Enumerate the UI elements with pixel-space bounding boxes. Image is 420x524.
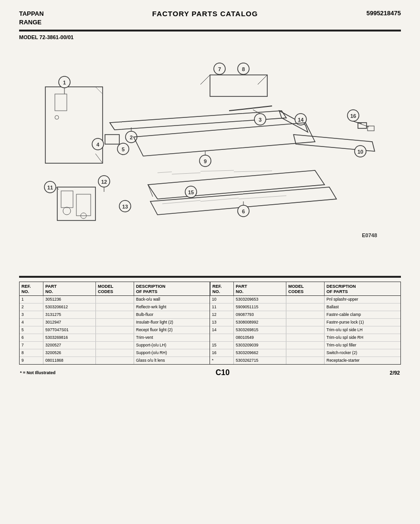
cell-part: 5303269815: [234, 326, 286, 334]
cell-ref: 4: [20, 319, 43, 326]
parts-table: REF.NO. PARTNO. MODELCODES DESCRIPTIONOF…: [19, 282, 401, 365]
cell-part: 5308008992: [234, 319, 286, 326]
svg-text:10: 10: [357, 149, 363, 155]
table-row: 83200526Support-(o/u RH): [20, 349, 210, 357]
cell-part: 5303209653: [234, 296, 286, 303]
cell-desc: Reflectr-wrk light: [134, 304, 210, 311]
part-13-lock: 13: [119, 200, 131, 212]
cell-desc: Switch-rocker (2): [325, 349, 400, 356]
cell-model: [96, 334, 134, 341]
cell-ref: [210, 334, 234, 341]
cell-desc: Insulatr-fluor light (2): [134, 319, 210, 326]
cell-ref: 14: [210, 326, 234, 334]
cell-model: [286, 357, 325, 364]
cell-ref: 16: [210, 349, 234, 356]
cell-ref: 13: [210, 319, 234, 326]
cell-part: 08010549: [234, 334, 286, 341]
cell-model: [286, 342, 325, 349]
parts-diagram: 1 7 8 2: [19, 44, 401, 273]
table-row: 145303269815Trim-o/u spl side LH: [210, 326, 400, 334]
table-right-col: 105303209653Pnl splashr-upper11590905111…: [210, 296, 400, 364]
col-part-no-right: PARTNO.: [234, 282, 286, 295]
brand: TAPPAN: [19, 10, 44, 18]
table-top-divider: [19, 276, 401, 278]
svg-text:2: 2: [130, 135, 133, 140]
cell-desc: Trim-o/u spl side RH: [325, 334, 400, 341]
table-row: 105303209653Pnl splashr-upper: [210, 296, 400, 304]
header-divider: [19, 30, 401, 31]
table-row: 908011868Glass o/u lt lens: [20, 357, 210, 364]
svg-text:5: 5: [122, 147, 125, 152]
cell-ref: 5: [20, 326, 43, 334]
cell-ref: 7: [20, 342, 43, 349]
cell-desc: Recept fluor light (2): [134, 326, 210, 334]
cell-desc: Fastnr-purse lock (1): [325, 319, 400, 326]
cell-model: [286, 304, 325, 311]
cell-ref: 2: [20, 304, 43, 311]
svg-text:16: 16: [350, 113, 356, 119]
cell-model: [96, 326, 134, 334]
cell-desc: Support-(o/u LH): [134, 342, 210, 349]
cell-model: [96, 311, 134, 318]
svg-text:12: 12: [101, 179, 107, 185]
cell-model: [96, 342, 134, 349]
table-row: 33131275Bulb-fluor: [20, 311, 210, 319]
cell-model: [96, 304, 134, 311]
cell-part: 5303209039: [234, 342, 286, 349]
cell-part: 09087793: [234, 311, 286, 318]
table-row: 155303209039Trim-o/u spl filler: [210, 342, 400, 349]
catalog-title: FACTORY PARTS CATALOG: [152, 10, 258, 18]
footer-note: * = Not Illustrated: [20, 370, 55, 375]
cell-part: 5303262715: [234, 357, 286, 364]
table-row: 135308008992Fastnr-purse lock (1): [210, 319, 400, 326]
cell-model: [286, 334, 325, 341]
cell-part: 597T047S01: [43, 326, 96, 334]
cell-desc: Back-o/u wall: [134, 296, 210, 303]
svg-text:7: 7: [218, 66, 221, 72]
cell-model: [286, 311, 325, 318]
table-body: 13051236Back-o/u wall25303206612Reflectr…: [20, 296, 400, 364]
table-row: 165303209662Switch-rocker (2): [210, 349, 400, 357]
col-ref-no-right: REF.NO.: [210, 282, 234, 295]
col-ref-no-left: REF.NO.: [20, 282, 43, 295]
cell-desc: Support-(o/u RH): [134, 349, 210, 356]
cell-ref: 9: [20, 357, 43, 364]
cell-ref: 1: [20, 296, 43, 303]
cell-desc: Receptacle-starter: [325, 357, 400, 364]
table-row: 13051236Back-o/u wall: [20, 296, 210, 304]
product: RANGE: [19, 18, 44, 27]
cell-model: [96, 357, 134, 364]
col-desc-right: DESCRIPTIONOF PARTS: [325, 282, 400, 295]
cell-desc: Glass o/u lt lens: [134, 357, 210, 364]
cell-model: [286, 326, 325, 334]
svg-text:E0748: E0748: [362, 232, 377, 238]
table-row: 65303269816Trim-vent: [20, 334, 210, 342]
brand-product: TAPPAN RANGE: [19, 10, 44, 27]
col-model-right: MODELCODES: [286, 282, 325, 295]
svg-text:4: 4: [96, 142, 100, 147]
svg-text:6: 6: [242, 209, 245, 214]
cell-desc: Trim-o/u spl side LH: [325, 326, 400, 334]
svg-text:14: 14: [298, 117, 304, 123]
table-row: 25303206612Reflectr-wrk light: [20, 304, 210, 311]
svg-text:13: 13: [122, 204, 128, 210]
cell-part: 3012947: [43, 319, 96, 326]
diagram-area: 1 7 8 2: [19, 44, 401, 273]
cell-desc: Ballast: [325, 304, 400, 311]
footer: * = Not Illustrated C10 2/92: [19, 368, 401, 377]
model-line: MODEL 72-3861-00/01: [19, 34, 401, 40]
cell-part: 5303269816: [43, 334, 96, 341]
svg-text:8: 8: [242, 66, 245, 72]
cell-part: 3200526: [43, 349, 96, 356]
cell-model: [96, 319, 134, 326]
cell-part: 5303206612: [43, 304, 96, 311]
cell-ref: 8: [20, 349, 43, 356]
table-row: 73200527Support-(o/u LH): [20, 342, 210, 349]
page: TAPPAN RANGE FACTORY PARTS CATALOG 59952…: [0, 0, 420, 524]
cell-model: [96, 349, 134, 356]
cell-part: 5303209662: [234, 349, 286, 356]
svg-text:3: 3: [259, 117, 262, 123]
cell-desc: Pnl splashr-upper: [325, 296, 400, 303]
col-model-left: MODELCODES: [96, 282, 134, 295]
cell-desc: Trim-o/u spl filler: [325, 342, 400, 349]
